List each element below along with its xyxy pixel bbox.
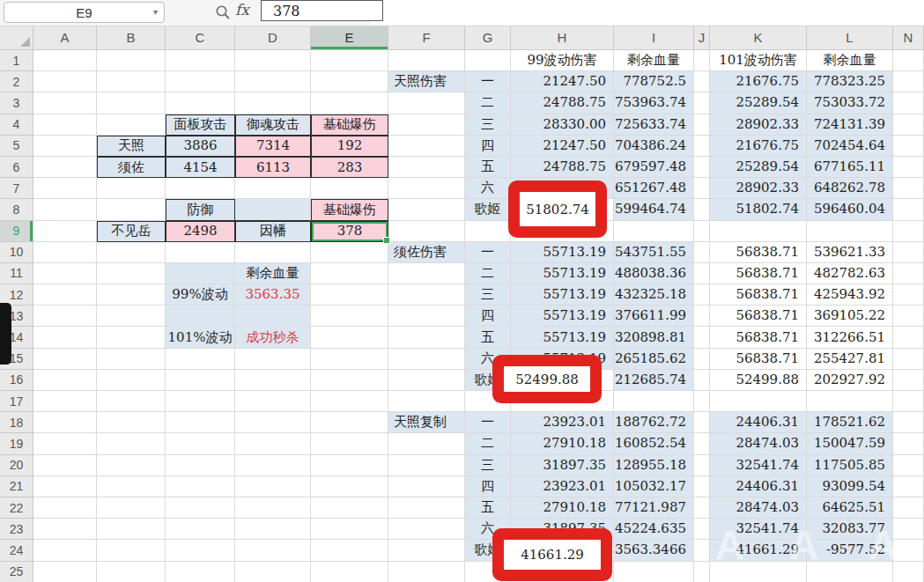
cell-F9[interactable] (388, 221, 465, 242)
cell-G9[interactable] (465, 221, 511, 242)
cell-L13[interactable]: 369105.22 (807, 306, 893, 327)
row-header-6[interactable]: 6 (0, 157, 33, 178)
cell-D10[interactable] (235, 242, 311, 263)
cell-G18[interactable]: 一 (465, 412, 511, 433)
cell-K13[interactable]: 56838.71 (710, 306, 807, 327)
cell-N20[interactable] (893, 455, 924, 476)
cell-K15[interactable]: 56838.71 (710, 349, 807, 370)
cell-I12[interactable]: 432325.18 (614, 284, 694, 306)
cell-E16[interactable] (311, 370, 388, 391)
cell-L15[interactable]: 255427.81 (807, 349, 893, 370)
cell-J5[interactable] (694, 136, 710, 157)
cell-B11[interactable] (97, 263, 166, 284)
cell-L19[interactable]: 150047.59 (807, 433, 893, 454)
cell-K2[interactable]: 21676.75 (710, 71, 807, 92)
cell-C25[interactable] (166, 562, 235, 582)
cell-F4[interactable] (388, 114, 465, 136)
cell-D25[interactable] (235, 562, 311, 582)
row-header-3[interactable]: 3 (0, 92, 33, 114)
cell-E13[interactable] (311, 306, 388, 327)
cell-L6[interactable]: 677165.11 (807, 157, 893, 178)
cell-L14[interactable]: 312266.51 (807, 327, 893, 348)
cell-A8[interactable] (33, 199, 97, 220)
magnifier-icon[interactable] (214, 4, 232, 21)
column-header-H[interactable]: H (511, 26, 614, 50)
cell-E7[interactable] (311, 178, 388, 199)
cell-E5[interactable]: 192 (311, 136, 388, 157)
cell-H14[interactable]: 55713.19 (511, 327, 614, 348)
cell-I14[interactable]: 320898.81 (614, 327, 694, 348)
cell-E10[interactable] (311, 242, 388, 263)
cell-A20[interactable] (33, 455, 97, 476)
cell-J7[interactable] (694, 178, 710, 199)
cell-H12[interactable]: 55713.19 (511, 284, 614, 306)
cell-K8[interactable]: 51802.74 (710, 199, 807, 220)
cell-C18[interactable] (166, 412, 235, 433)
cell-C14[interactable]: 101%波动 (166, 327, 235, 348)
cell-J11[interactable] (694, 263, 710, 284)
row-header-11[interactable]: 11 (0, 263, 33, 284)
cell-F6[interactable] (388, 157, 465, 178)
cell-C24[interactable] (166, 540, 235, 561)
row-header-19[interactable]: 19 (0, 433, 33, 454)
cell-L10[interactable]: 539621.33 (807, 242, 893, 263)
cell-A21[interactable] (33, 476, 97, 497)
cell-F23[interactable] (388, 519, 465, 540)
cell-I16[interactable]: 212685.74 (614, 370, 694, 391)
cell-D11[interactable]: 剩余血量 (235, 263, 311, 284)
cell-N14[interactable] (893, 327, 924, 348)
cell-L3[interactable]: 753033.72 (807, 92, 893, 114)
cell-K6[interactable]: 25289.54 (710, 157, 807, 178)
cell-J12[interactable] (694, 284, 710, 306)
chevron-down-icon[interactable]: ▾ (153, 6, 158, 18)
cell-C4[interactable]: 面板攻击 (166, 114, 235, 136)
cell-K5[interactable]: 21676.75 (710, 136, 807, 157)
cell-I7[interactable]: 651267.48 (614, 178, 694, 199)
cell-C12[interactable]: 99%波动 (166, 284, 235, 306)
cell-K16[interactable]: 52499.88 (710, 370, 807, 391)
cell-B9[interactable]: 不见岳 (97, 221, 166, 242)
row-header-20[interactable]: 20 (0, 455, 33, 476)
cell-I11[interactable]: 488038.36 (614, 263, 694, 284)
cell-J13[interactable] (694, 306, 710, 327)
row-header-5[interactable]: 5 (0, 136, 33, 157)
cell-D4[interactable]: 御魂攻击 (235, 114, 311, 136)
cell-K4[interactable]: 28902.33 (710, 114, 807, 136)
cell-D6[interactable]: 6113 (235, 157, 311, 178)
cell-H4[interactable]: 28330.00 (511, 114, 614, 136)
cell-B22[interactable] (97, 497, 166, 519)
cell-I3[interactable]: 753963.74 (614, 92, 694, 114)
cell-C23[interactable] (166, 519, 235, 540)
row-header-2[interactable]: 2 (0, 71, 33, 92)
cell-L1[interactable]: 剩余血量 (807, 50, 893, 71)
cell-J6[interactable] (694, 157, 710, 178)
cell-H13[interactable]: 55713.19 (511, 306, 614, 327)
cell-I5[interactable]: 704386.24 (614, 136, 694, 157)
cell-G8[interactable]: 歌姬 (465, 199, 511, 220)
cell-A9[interactable] (33, 221, 97, 242)
cell-C21[interactable] (166, 476, 235, 497)
cell-B10[interactable] (97, 242, 166, 263)
cell-G5[interactable]: 四 (465, 136, 511, 157)
cell-L7[interactable]: 648262.78 (807, 178, 893, 199)
column-header-J[interactable]: J (694, 26, 710, 50)
cell-L21[interactable]: 93099.54 (807, 476, 893, 497)
cell-H21[interactable]: 23923.01 (511, 476, 614, 497)
cell-D8[interactable] (235, 199, 311, 220)
cell-C9[interactable]: 2498 (166, 221, 235, 242)
cell-N15[interactable] (893, 349, 924, 370)
column-header-C[interactable]: C (166, 26, 235, 50)
cell-A3[interactable] (33, 92, 97, 114)
cell-I23[interactable]: 45224.635 (614, 519, 694, 540)
cell-B14[interactable] (97, 327, 166, 348)
cell-A1[interactable] (33, 50, 97, 71)
row-header-1[interactable]: 1 (0, 50, 33, 71)
cell-I24[interactable]: 3563.3466 (614, 540, 694, 561)
cell-E22[interactable] (311, 497, 388, 519)
row-header-21[interactable]: 21 (0, 476, 33, 497)
cell-N8[interactable] (893, 199, 924, 220)
cell-J19[interactable] (694, 433, 710, 454)
cell-B5[interactable]: 天照 (97, 136, 166, 157)
cell-N21[interactable] (893, 476, 924, 497)
cell-J9[interactable] (694, 221, 710, 242)
